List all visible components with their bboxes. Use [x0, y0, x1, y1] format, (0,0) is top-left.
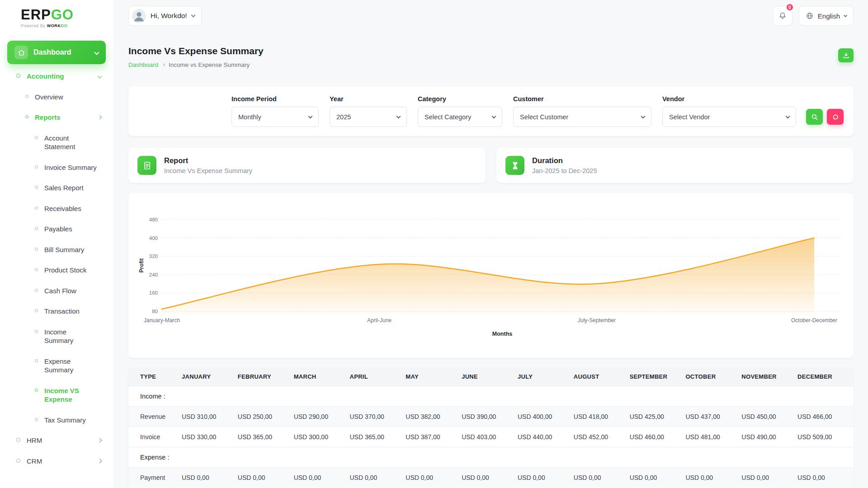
- chevron-right-icon: [162, 63, 165, 66]
- filter-reset-button[interactable]: [827, 109, 844, 125]
- bullet-icon: [25, 95, 28, 98]
- value-cell: USD 0,00: [294, 468, 350, 488]
- value-cell: USD 290,00: [294, 407, 350, 427]
- bullet-icon: [35, 227, 38, 230]
- filter-card: Income PeriodMonthlyYear2025CategorySele…: [128, 86, 854, 136]
- column-header-august: AUGUST: [574, 367, 630, 386]
- category-selected-value: Select Category: [425, 113, 471, 121]
- sidebar-item-cash-flow[interactable]: Cash Flow: [0, 281, 113, 301]
- sidebar-item-income-vs-expense[interactable]: Income VS Expense: [0, 380, 113, 410]
- language-selector[interactable]: English: [799, 6, 854, 26]
- sidebar-item-receivables[interactable]: Receivables: [0, 198, 113, 219]
- sidebar-item-expense-summary[interactable]: Expense Summary: [0, 351, 113, 380]
- value-cell: USD 390,00: [462, 407, 518, 427]
- brand-name-erp: ERP: [21, 7, 51, 23]
- y-tick-label: 320: [149, 253, 158, 259]
- filter-search-button[interactable]: [806, 109, 823, 125]
- profit-area-fill: [162, 238, 814, 314]
- category-select[interactable]: Select Category: [418, 107, 502, 127]
- table-row-invoice: InvoiceUSD 330,00USD 365,00USD 300,00USD…: [128, 427, 854, 447]
- sidebar-item-invoice-summary[interactable]: Invoice Summary: [0, 157, 113, 178]
- value-cell: USD 0,00: [462, 468, 518, 488]
- home-icon: [14, 46, 28, 59]
- category-field: CategorySelect Category: [418, 95, 502, 127]
- value-cell: USD 250,00: [238, 407, 294, 427]
- row-type-cell: Invoice: [128, 427, 182, 447]
- value-cell: USD 466,00: [797, 407, 854, 427]
- sidebar-item-label: Overview: [35, 93, 101, 102]
- notification-count-badge: 0: [786, 3, 794, 11]
- sidebar-item-tax-summary[interactable]: Tax Summary: [0, 410, 113, 431]
- sidebar-item-income-summary[interactable]: Income Summary: [0, 322, 113, 351]
- sidebar-item-hrm[interactable]: HRM: [0, 430, 113, 451]
- bullet-icon: [35, 418, 38, 421]
- chevron-right-icon: [98, 438, 102, 443]
- sidebar-item-account-statement[interactable]: Account Statement: [0, 128, 113, 157]
- customer-select[interactable]: Select Customer: [513, 107, 651, 127]
- brand-name-go: GO: [51, 7, 74, 23]
- table-header-row: TYPEJANUARYFEBRUARYMARCHAPRILMAYJUNEJULY…: [128, 367, 854, 386]
- table-row-expense: Expense :: [128, 447, 854, 468]
- user-menu[interactable]: Hi, Workdo!: [128, 6, 202, 26]
- sidebar-item-label: Receivables: [44, 204, 97, 213]
- y-axis-title: Profit: [138, 258, 145, 272]
- table-row-revenue: RevenueUSD 310,00USD 250,00USD 290,00USD…: [128, 407, 854, 427]
- sidebar-item-product-stock[interactable]: Product Stock: [0, 260, 113, 281]
- report-document-icon: [137, 156, 156, 175]
- value-cell: USD 370,00: [349, 407, 406, 427]
- download-button[interactable]: [838, 48, 854, 62]
- globe-icon: [806, 12, 814, 20]
- income-expense-table: TYPEJANUARYFEBRUARYMARCHAPRILMAYJUNEJULY…: [128, 367, 854, 488]
- bullet-icon: [35, 186, 38, 189]
- table-body: Income :RevenueUSD 310,00USD 250,00USD 2…: [128, 386, 854, 488]
- sidebar-item-payables[interactable]: Payables: [0, 219, 113, 239]
- brand-logo[interactable]: ERPGO Powered By WORKDO: [0, 0, 113, 28]
- notifications-button[interactable]: 0: [773, 6, 793, 26]
- value-cell: USD 0,00: [238, 468, 294, 488]
- section-label: Income :: [128, 386, 854, 407]
- sidebar-item-label: Transaction: [44, 307, 97, 316]
- column-header-type: TYPE: [128, 367, 182, 386]
- value-cell: USD 300,00: [294, 427, 350, 447]
- filter-actions: [806, 109, 844, 125]
- avatar: [132, 9, 146, 23]
- value-cell: USD 0,00: [406, 468, 462, 488]
- report-card-title: Report: [164, 156, 252, 165]
- income-period-select[interactable]: Monthly: [231, 107, 319, 127]
- bullet-icon: [16, 74, 20, 78]
- sidebar-item-label: Bill Summary: [44, 245, 97, 254]
- vendor-select[interactable]: Select Vendor: [662, 107, 796, 127]
- year-select[interactable]: 2025: [330, 107, 407, 127]
- income-period-selected-value: Monthly: [238, 113, 261, 121]
- sidebar-item-reports[interactable]: Reports: [0, 107, 113, 128]
- sidebar-item-overview[interactable]: Overview: [0, 87, 113, 108]
- profit-chart-svg: 80160240320400480ProfitJanuary-MarchApri…: [137, 200, 844, 351]
- breadcrumb-dashboard-link[interactable]: Dashboard: [128, 61, 158, 68]
- sidebar-item-dashboard[interactable]: Dashboard: [7, 41, 106, 64]
- value-cell: USD 0,00: [797, 468, 854, 488]
- sidebar-item-sales-report[interactable]: Sales Report: [0, 178, 113, 198]
- sidebar-item-label: Invoice Summary: [44, 163, 97, 172]
- vendor-selected-value: Select Vendor: [669, 113, 710, 121]
- column-header-june: JUNE: [462, 367, 518, 386]
- breadcrumb: Dashboard Income vs Expense Summary: [128, 61, 264, 68]
- value-cell: USD 330,00: [182, 427, 238, 447]
- sidebar-item-crm[interactable]: CRM: [0, 451, 113, 472]
- sidebar-item-accounting[interactable]: Accounting: [0, 66, 113, 87]
- customer-label: Customer: [513, 95, 651, 103]
- column-header-january: JANUARY: [182, 367, 238, 386]
- sidebar-item-transaction[interactable]: Transaction: [0, 301, 113, 322]
- bullet-icon: [35, 248, 38, 251]
- chevron-down-icon: [786, 114, 790, 119]
- sidebar-item-label: HRM: [27, 436, 92, 445]
- year-selected-value: 2025: [336, 113, 351, 121]
- sidebar: ERPGO Powered By WORKDO Dashboard Accoun…: [0, 0, 113, 488]
- chevron-down-icon: [308, 114, 313, 119]
- sidebar-item-bill-summary[interactable]: Bill Summary: [0, 239, 113, 260]
- search-icon: [811, 113, 818, 121]
- sidebar-item-label: CRM: [27, 457, 92, 466]
- column-header-october: OCTOBER: [685, 367, 741, 386]
- top-bar: Hi, Workdo! 0 English: [128, 6, 854, 26]
- y-tick-label: 400: [149, 235, 158, 241]
- value-cell: USD 452,00: [574, 427, 630, 447]
